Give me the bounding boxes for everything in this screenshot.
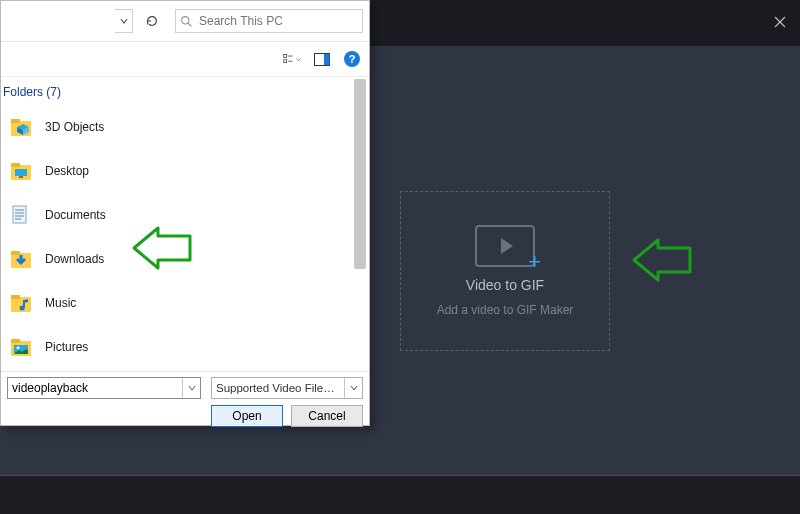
- folder-item-desktop[interactable]: Desktop: [1, 149, 369, 193]
- svg-point-27: [17, 347, 20, 350]
- folder-label: Desktop: [45, 164, 89, 178]
- desktop-icon: [9, 159, 33, 183]
- address-history-dropdown[interactable]: [115, 9, 133, 33]
- svg-rect-11: [11, 163, 20, 167]
- svg-point-0: [182, 16, 189, 23]
- filetype-label: Supported Video Files (*.ts;*.mt: [212, 382, 344, 394]
- annotation-arrow: [630, 240, 694, 280]
- file-open-dialog: ? Folders (7) 3D Objects Desktop Documen…: [0, 0, 370, 426]
- plus-icon: +: [528, 249, 541, 275]
- app-statusbar: [0, 476, 800, 514]
- svg-line-1: [188, 23, 191, 26]
- filetype-combobox[interactable]: Supported Video Files (*.ts;*.mt: [211, 377, 363, 399]
- video-play-icon: +: [475, 225, 535, 267]
- music-icon: [9, 291, 33, 315]
- pictures-icon: [9, 335, 33, 359]
- svg-rect-7: [324, 54, 330, 65]
- svg-rect-22: [11, 295, 20, 299]
- open-button[interactable]: Open: [211, 405, 283, 427]
- folder-label: Downloads: [45, 252, 104, 266]
- search-input[interactable]: [199, 14, 358, 28]
- folder-label: Pictures: [45, 340, 88, 354]
- folder-label: 3D Objects: [45, 120, 104, 134]
- close-button[interactable]: [770, 12, 790, 32]
- svg-rect-2: [284, 55, 287, 58]
- annotation-arrow: [130, 228, 194, 268]
- folder-label: Documents: [45, 208, 106, 222]
- svg-rect-9: [11, 119, 20, 123]
- svg-rect-3: [284, 60, 287, 63]
- filename-input[interactable]: [8, 381, 182, 395]
- folder-label: Music: [45, 296, 76, 310]
- dialog-footer: Supported Video Files (*.ts;*.mt Open Ca…: [1, 371, 369, 425]
- folder-item-pictures[interactable]: Pictures: [1, 325, 369, 369]
- dialog-toolbar: ?: [1, 41, 369, 77]
- svg-rect-14: [13, 206, 26, 223]
- svg-rect-13: [19, 176, 23, 178]
- search-input-wrap[interactable]: [175, 9, 363, 33]
- chevron-down-icon[interactable]: [344, 378, 362, 398]
- search-icon: [180, 15, 193, 28]
- documents-icon: [9, 203, 33, 227]
- scroll-thumb[interactable]: [354, 79, 366, 269]
- preview-pane-button[interactable]: [313, 50, 331, 68]
- folder-item-3dobjects[interactable]: 3D Objects: [1, 105, 369, 149]
- dropzone-subtitle: Add a video to GIF Maker: [437, 303, 574, 317]
- svg-point-23: [20, 306, 25, 311]
- view-options-button[interactable]: [283, 50, 301, 68]
- chevron-down-icon[interactable]: [182, 378, 200, 398]
- svg-rect-25: [11, 339, 20, 343]
- folders-header: Folders (7): [1, 77, 369, 105]
- video-dropzone[interactable]: + Video to GIF Add a video to GIF Maker: [400, 191, 610, 351]
- dialog-body: Folders (7) 3D Objects Desktop Documents…: [1, 77, 369, 371]
- dialog-addressbar: [1, 1, 369, 41]
- scrollbar[interactable]: [353, 79, 367, 369]
- svg-rect-12: [15, 169, 27, 176]
- cancel-button[interactable]: Cancel: [291, 405, 363, 427]
- folder-item-music[interactable]: Music: [1, 281, 369, 325]
- 3dobjects-icon: [9, 115, 33, 139]
- refresh-button[interactable]: [139, 9, 165, 33]
- help-button[interactable]: ?: [343, 50, 361, 68]
- downloads-icon: [9, 247, 33, 271]
- dropzone-title: Video to GIF: [466, 277, 544, 293]
- svg-rect-20: [11, 251, 20, 255]
- filename-combobox[interactable]: [7, 377, 201, 399]
